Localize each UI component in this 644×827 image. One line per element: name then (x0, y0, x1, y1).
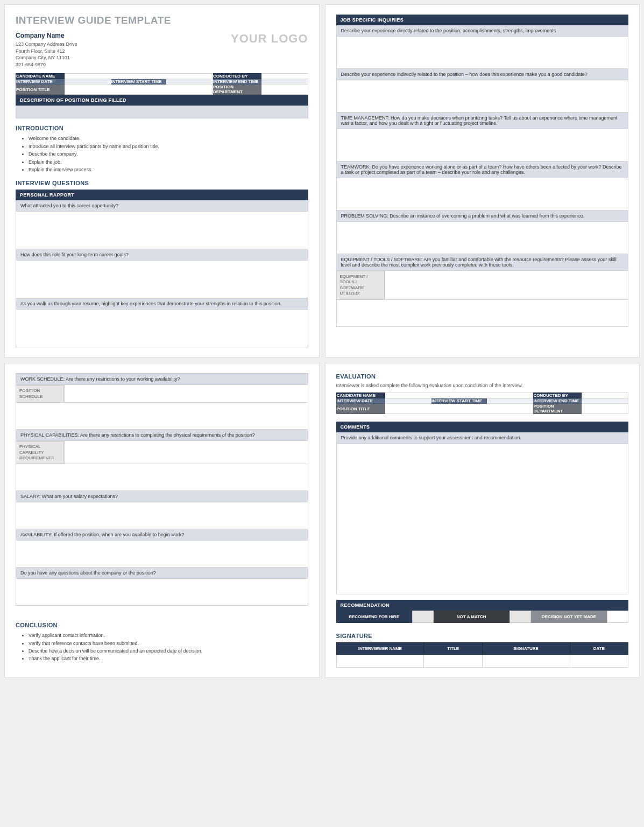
sig-header-title: TITLE (424, 643, 483, 655)
address-line-3: Company City, NY 11101 (16, 54, 77, 61)
sig-field-date[interactable] (570, 655, 628, 668)
description-field[interactable] (16, 106, 308, 118)
label-interview-date: INTERVIEW DATE (16, 79, 65, 85)
intro-bullet: Describe the company. (29, 150, 308, 158)
rapport-q2: How does this role fit your long-term ca… (16, 249, 308, 261)
job-q3: TIME MANAGEMENT: How do you make decisio… (336, 113, 629, 129)
eval-label-position: POSITION TITLE (336, 404, 385, 414)
field-position-title[interactable] (65, 85, 213, 95)
job-q4: TEAMWORK: Do you have experience working… (336, 162, 629, 178)
physical-q: PHYSICAL CAPABILITIES: Are there any res… (16, 430, 308, 441)
job-a6[interactable] (336, 300, 629, 327)
availability-q: AVAILABILITY: If offered the position, w… (16, 529, 308, 541)
field-position-dept[interactable] (261, 85, 308, 95)
rec-spacer (607, 611, 628, 623)
page-4: EVALUATION Interviewer is asked complete… (325, 363, 640, 678)
eval-label-conducted: CONDUCTED BY (533, 393, 582, 398)
recommendation-row: RECOMMEND FOR HIRE NOT A MATCH DECISION … (336, 611, 629, 623)
sig-field-name[interactable] (336, 655, 424, 668)
label-position-title: POSITION TITLE (16, 85, 65, 95)
sig-header-date: DATE (570, 643, 628, 655)
job-a2[interactable] (336, 80, 629, 113)
label-position-dept: POSITION DEPARTMENT (213, 85, 261, 95)
conclusion-bullet: Verify that reference contacts have been… (29, 640, 308, 647)
field-candidate-name[interactable] (65, 74, 213, 79)
job-q6-sublabel: EQUIPMENT / TOOLS / SOFTWARE UTILIZED: (336, 271, 385, 300)
job-a4[interactable] (336, 178, 629, 211)
conclusion-bullet: Verify applicant contact information. (29, 632, 308, 639)
conclusion-bullet: Describe how a decision will be communic… (29, 647, 308, 655)
eval-label-dept: POSITION DEPARTMENT (533, 404, 582, 414)
label-interview-end: INTERVIEW END TIME (213, 79, 261, 85)
eval-label-date: INTERVIEW DATE (336, 398, 385, 404)
intro-bullet: Introduce all interview participants by … (29, 143, 308, 150)
comments-header: COMMENTS (336, 422, 629, 432)
section-conclusion: CONCLUSION (16, 622, 308, 628)
company-block: Company Name 123 Company Address Drive F… (16, 32, 77, 68)
job-a1[interactable] (336, 37, 629, 69)
evaluation-info-table: CANDIDATE NAME CONDUCTED BY INTERVIEW DA… (336, 393, 629, 414)
physical-sublabel: PHYSICAL CAPABILITY REQUIREMENTS (16, 441, 64, 464)
label-candidate-name: CANDIDATE NAME (16, 74, 65, 79)
job-specific-header: JOB SPECIFIC INQUIRIES (336, 15, 629, 25)
questions-a[interactable] (16, 579, 308, 606)
rapport-q1: What attracted you to this career opport… (16, 200, 308, 212)
eval-field-position[interactable] (385, 404, 533, 414)
job-a5[interactable] (336, 222, 629, 254)
job-q1: Describe your experience directly relate… (336, 25, 629, 37)
personal-rapport-header: PERSONAL RAPPORT (16, 190, 308, 200)
eval-field-candidate[interactable] (385, 393, 533, 398)
questions-q: Do you have any questions about the comp… (16, 567, 308, 579)
section-evaluation: EVALUATION (336, 373, 629, 380)
description-header: DESCRIPTION OF POSITION BEING FILLED (16, 95, 308, 106)
work-schedule-subfield[interactable] (64, 385, 308, 403)
label-interview-start: INTERVIEW START TIME (111, 79, 166, 85)
recommendation-header: RECOMMENDATION (336, 600, 629, 611)
field-interview-date[interactable] (65, 79, 111, 85)
comments-field[interactable] (336, 444, 629, 594)
rapport-a3[interactable] (16, 310, 308, 347)
physical-a[interactable] (16, 464, 308, 491)
field-conducted-by[interactable] (261, 74, 308, 79)
job-a3[interactable] (336, 129, 629, 162)
physical-subfield[interactable] (64, 441, 308, 464)
conclusion-bullet: Thank the applicant for their time. (29, 655, 308, 662)
company-phone: 321-654-9870 (16, 61, 77, 68)
page-2: JOB SPECIFIC INQUIRIES Describe your exp… (325, 4, 640, 358)
section-interview-questions: INTERVIEW QUESTIONS (16, 180, 308, 186)
rapport-a1[interactable] (16, 212, 308, 249)
logo-placeholder: YOUR LOGO (231, 32, 308, 46)
availability-a[interactable] (16, 541, 308, 567)
address-line-2: Fourth Floor, Suite 412 (16, 48, 77, 55)
sig-field-title[interactable] (424, 655, 483, 668)
field-interview-start[interactable] (166, 79, 213, 85)
eval-label-end: INTERVIEW END TIME (533, 398, 582, 404)
page-1: INTERVIEW GUIDE TEMPLATE Company Name 12… (4, 4, 320, 358)
eval-field-end[interactable] (582, 398, 628, 404)
rapport-q3: As you walk us through your resume, high… (16, 298, 308, 310)
sig-header-name: INTERVIEWER NAME (336, 643, 424, 655)
comments-prompt: Provide any additional comments to suppo… (336, 432, 629, 444)
undecided-button[interactable]: DECISION NOT YET MADE (531, 611, 607, 623)
signature-table: INTERVIEWER NAME TITLE SIGNATURE DATE (336, 642, 629, 668)
work-schedule-a[interactable] (16, 403, 308, 430)
eval-field-conducted[interactable] (582, 393, 628, 398)
field-interview-end[interactable] (261, 79, 308, 85)
not-match-button[interactable]: NOT A MATCH (434, 611, 509, 623)
recommend-hire-button[interactable]: RECOMMEND FOR HIRE (336, 611, 412, 623)
company-name: Company Name (16, 32, 77, 39)
eval-field-dept[interactable] (582, 404, 628, 414)
section-signature: SIGNATURE (336, 633, 629, 639)
job-q6: EQUIPMENT / TOOLS / SOFTWARE: Are you fa… (336, 254, 629, 271)
eval-field-start[interactable] (486, 398, 533, 404)
candidate-info-table: CANDIDATE NAME CONDUCTED BY INTERVIEW DA… (16, 73, 308, 95)
job-q6-subfield[interactable] (385, 271, 629, 300)
document-title: INTERVIEW GUIDE TEMPLATE (16, 15, 308, 26)
rec-spacer (509, 611, 531, 623)
rapport-a2[interactable] (16, 261, 308, 298)
sig-field-signature[interactable] (482, 655, 570, 668)
intro-bullet: Explain the job. (29, 158, 308, 166)
eval-field-date[interactable] (385, 398, 431, 404)
salary-a[interactable] (16, 502, 308, 529)
address-line-1: 123 Company Address Drive (16, 41, 77, 48)
